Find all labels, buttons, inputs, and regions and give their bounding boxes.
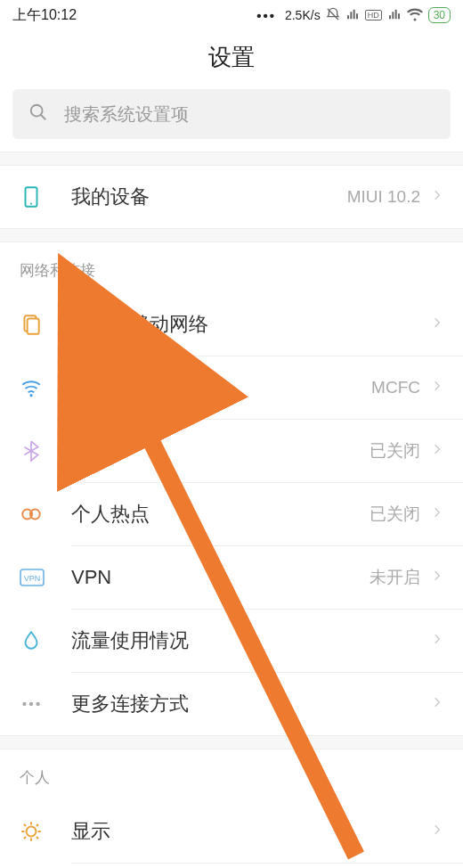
chevron-right-icon (431, 823, 443, 839)
svg-text:VPN: VPN (24, 574, 41, 583)
row-label: 双卡和移动网络 (71, 311, 420, 338)
row-label: 显示 (71, 818, 420, 845)
row-label: WLAN (71, 376, 371, 399)
section-title-network: 网络和连接 (0, 242, 463, 293)
section-divider (0, 735, 463, 749)
row-label: 蓝牙 (71, 438, 370, 464)
row-value: 已关闭 (370, 439, 420, 463)
section-divider (0, 228, 463, 242)
row-label: 更多连接方式 (71, 691, 420, 717)
status-right: ••• 2.5K/s HD 30 (256, 6, 451, 25)
battery-pct: 30 (434, 9, 445, 21)
row-label: VPN (71, 566, 370, 589)
more-icon: ••• (256, 8, 276, 23)
row-value: 未开启 (370, 566, 420, 589)
row-more-connections[interactable]: 更多连接方式 (0, 673, 463, 735)
row-value: MIUI 10.2 (347, 187, 420, 207)
svg-point-4 (30, 203, 32, 205)
more-dots-icon (20, 692, 71, 716)
svg-point-1 (31, 105, 43, 117)
row-hotspot[interactable]: 个人热点 已关闭 (0, 483, 463, 545)
wifi-icon (407, 6, 423, 25)
row-label: 流量使用情况 (71, 627, 420, 654)
svg-line-2 (41, 115, 46, 120)
row-bluetooth[interactable]: 蓝牙 已关闭 (0, 420, 463, 482)
search-input[interactable]: 搜索系统设置项 (12, 89, 451, 139)
svg-point-7 (29, 394, 32, 397)
svg-rect-6 (28, 319, 39, 334)
signal2-icon (387, 7, 402, 24)
phone-icon (20, 185, 71, 209)
svg-point-14 (36, 702, 39, 706)
chevron-right-icon (431, 189, 443, 205)
row-value: 已关闭 (370, 503, 420, 526)
page-title: 设置 (0, 30, 463, 84)
drop-icon (20, 629, 71, 652)
page-title-text: 设置 (208, 42, 255, 73)
hotspot-icon (20, 503, 71, 526)
status-bar: 上午10:12 ••• 2.5K/s HD 30 (0, 0, 463, 30)
brightness-icon (20, 820, 71, 843)
wifi-icon (20, 376, 71, 399)
row-vpn[interactable]: VPN VPN 未开启 (0, 546, 463, 609)
svg-line-23 (37, 824, 38, 826)
row-display[interactable]: 显示 (0, 800, 463, 863)
sim-icon (20, 313, 71, 336)
row-value: MCFC (371, 378, 420, 397)
svg-point-15 (27, 827, 37, 837)
chevron-right-icon (431, 380, 443, 396)
row-label: 我的设备 (71, 184, 347, 210)
svg-line-21 (37, 837, 38, 839)
bluetooth-icon (20, 439, 71, 463)
section-divider (0, 151, 463, 166)
row-wlan[interactable]: WLAN MCFC (0, 356, 463, 419)
svg-line-20 (24, 824, 26, 826)
time-text: 上午10:12 (12, 6, 77, 25)
dnd-icon (326, 7, 340, 24)
svg-point-12 (22, 702, 26, 706)
row-sim[interactable]: 双卡和移动网络 (0, 293, 463, 356)
chevron-right-icon (431, 569, 443, 585)
row-wallpaper[interactable]: 壁纸 (0, 864, 463, 868)
row-my-device[interactable]: 我的设备 MIUI 10.2 (0, 166, 463, 228)
row-label: 个人热点 (71, 501, 370, 528)
search-icon (28, 102, 48, 126)
battery-icon: 30 (428, 7, 451, 23)
search-placeholder: 搜索系统设置项 (64, 102, 189, 127)
hd-icon: HD (365, 10, 382, 20)
chevron-right-icon (431, 443, 443, 459)
chevron-right-icon (431, 696, 443, 712)
svg-line-22 (24, 837, 26, 839)
chevron-right-icon (431, 316, 443, 332)
vpn-icon: VPN (20, 569, 71, 586)
network-speed: 2.5K/s (285, 8, 321, 22)
svg-point-13 (29, 702, 33, 706)
row-data-usage[interactable]: 流量使用情况 (0, 610, 463, 672)
section-title-personal: 个人 (0, 749, 463, 800)
signal-icon (345, 7, 360, 24)
chevron-right-icon (431, 633, 443, 649)
status-time: 上午10:12 (12, 6, 77, 25)
chevron-right-icon (431, 506, 443, 522)
